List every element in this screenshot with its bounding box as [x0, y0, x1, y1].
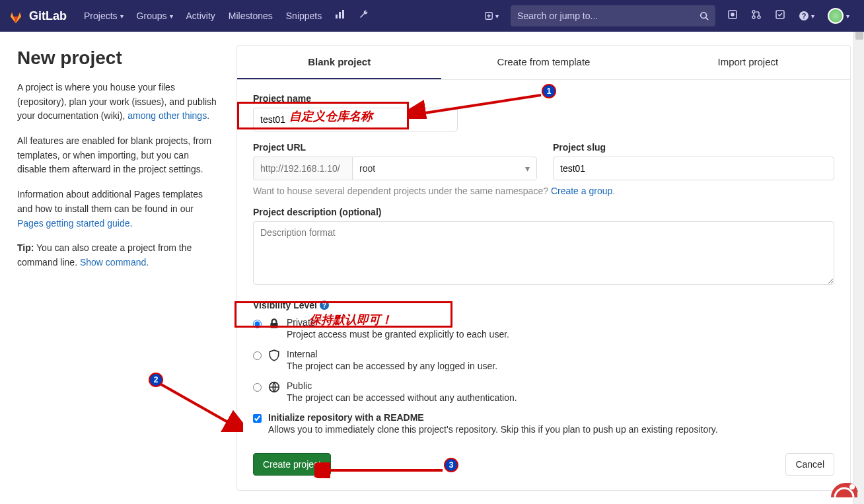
visibility-internal-radio[interactable]: [253, 351, 262, 360]
plus-dropdown[interactable]: ▾: [478, 11, 505, 20]
user-menu[interactable]: ▾: [821, 8, 856, 24]
tab-blank-project[interactable]: Blank project: [237, 46, 441, 79]
tab-import-project[interactable]: Import project: [646, 46, 850, 79]
page-container: New project A project is where you house…: [0, 32, 864, 504]
visibility-internal-desc: The project can be accessed by any logge…: [287, 361, 497, 371]
search-input[interactable]: [517, 11, 700, 21]
svg-point-21: [849, 484, 855, 489]
search-icon: [700, 11, 709, 20]
nav-groups[interactable]: Groups▾: [130, 11, 180, 21]
nav-projects[interactable]: Projects▾: [77, 11, 130, 21]
tab-create-from-template[interactable]: Create from template: [441, 46, 645, 79]
brand-name: GitLab: [29, 9, 67, 23]
nav-activity[interactable]: Activity: [180, 11, 222, 21]
page-title: New project: [17, 48, 217, 69]
readme-title: Initialize repository with a README: [268, 412, 718, 423]
help-icon[interactable]: ?: [320, 301, 329, 310]
sidebar-desc-2: All features are enabled for blank proje…: [17, 134, 217, 177]
svg-rect-13: [270, 323, 277, 328]
globe-icon: [268, 381, 280, 393]
svg-rect-1: [339, 12, 341, 18]
chevron-down-icon: ▾: [170, 13, 173, 20]
watermark-logo-icon: [826, 474, 863, 503]
project-description-label: Project description (optional): [253, 207, 834, 217]
namespace-hint: Want to house several dependent projects…: [253, 186, 834, 196]
main-panel: Blank project Create from template Impor…: [236, 45, 851, 491]
search-box[interactable]: [511, 5, 715, 26]
visibility-private-desc: Project access must be granted explicitl…: [287, 329, 509, 340]
cancel-button[interactable]: Cancel: [785, 453, 834, 476]
wrench-icon[interactable]: [352, 9, 376, 22]
readme-check-row: Initialize repository with a README Allo…: [253, 412, 834, 435]
chart-icon[interactable]: [328, 9, 352, 22]
visibility-public-desc: The project can be accessed without any …: [287, 392, 517, 403]
visibility-radio-group: Private Project access must be granted e…: [253, 317, 834, 403]
create-project-button[interactable]: Create project: [253, 453, 331, 476]
project-url-base: [253, 157, 352, 180]
svg-text:?: ?: [802, 12, 807, 20]
nav-milestones[interactable]: Milestones: [222, 11, 279, 21]
sidebar-desc-4: Tip: You can also create a project from …: [17, 241, 217, 270]
svg-point-8: [752, 16, 755, 18]
shield-icon: [268, 349, 280, 361]
sidebar-desc-1: A project is where you house your files …: [17, 81, 217, 124]
chevron-down-icon: ▾: [120, 13, 124, 20]
svg-point-9: [758, 16, 760, 18]
tabs: Blank project Create from template Impor…: [237, 46, 850, 80]
svg-point-7: [752, 11, 755, 13]
lock-icon: [268, 318, 280, 330]
sidebar-desc-3: Information about additional Pages templ…: [17, 188, 217, 231]
pages-guide-link[interactable]: Pages getting started guide: [17, 218, 129, 229]
namespace-select[interactable]: root: [352, 157, 537, 180]
nav-snippets[interactable]: Snippets: [279, 11, 328, 21]
initialize-readme-checkbox[interactable]: [253, 414, 262, 423]
visibility-public-title: Public: [287, 380, 517, 391]
svg-rect-2: [342, 10, 344, 18]
visibility-private-title: Private: [287, 317, 509, 328]
visibility-private-radio[interactable]: [253, 320, 262, 328]
project-url-label: Project URL: [253, 142, 537, 153]
sidebar: New project A project is where you house…: [17, 45, 217, 491]
avatar: [828, 8, 844, 24]
top-navbar: GitLab Projects▾ Groups▾ Activity Milest…: [0, 0, 864, 32]
svg-point-4: [701, 13, 707, 18]
project-description-input[interactable]: [253, 221, 834, 285]
todos-icon[interactable]: [768, 9, 792, 22]
issues-icon[interactable]: [721, 9, 744, 22]
visibility-internal-title: Internal: [287, 349, 497, 359]
create-group-link[interactable]: Create a group: [551, 186, 612, 196]
help-icon[interactable]: ?▾: [792, 11, 821, 21]
svg-point-6: [731, 13, 734, 16]
project-slug-input[interactable]: [553, 157, 834, 180]
form-body: Project name Project URL root Project sl…: [237, 80, 850, 489]
merge-request-icon[interactable]: [744, 9, 768, 22]
project-name-input[interactable]: [253, 108, 458, 131]
readme-desc: Allows you to immediately clone this pro…: [268, 424, 718, 435]
show-command-link[interactable]: Show command: [80, 257, 146, 268]
visibility-public-radio[interactable]: [253, 383, 262, 392]
project-name-label: Project name: [253, 93, 834, 104]
page-scrollbar[interactable]: [853, 0, 864, 504]
among-other-things-link[interactable]: among other things: [127, 110, 207, 121]
visibility-level-label: Visibility Level ?: [253, 300, 834, 310]
project-slug-label: Project slug: [553, 142, 834, 153]
gitlab-logo-icon: [8, 8, 24, 24]
svg-rect-0: [336, 15, 338, 18]
